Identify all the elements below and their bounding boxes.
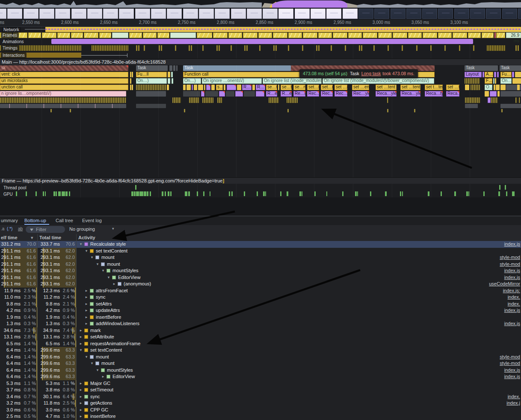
flame-block[interactable] — [189, 97, 199, 103]
table-row[interactable]: 291.1 ms61.6 %293.1 ms62.0 %▸(anonymous)… — [0, 281, 521, 288]
table-row[interactable]: 11.9 ms2.5 %12.3 ms2.6 %▸attrsFromFaceti… — [0, 288, 521, 294]
flame-block[interactable]: On…) — [136, 78, 167, 84]
flame-block[interactable]: set t…tent — [425, 85, 443, 90]
flame-block[interactable] — [0, 104, 126, 108]
frame-segment[interactable] — [494, 32, 496, 38]
flame-block[interactable] — [465, 78, 480, 84]
collapse-arrow-icon[interactable]: ▸ — [84, 320, 89, 327]
tab-ummary[interactable]: ummary — [1, 216, 18, 225]
frame-segment[interactable] — [318, 32, 332, 38]
flame-block[interactable]: Rec…yle — [335, 91, 347, 97]
source-link[interactable]: index.j — [506, 400, 520, 407]
tab-call-tree[interactable]: Call tree — [56, 216, 73, 225]
flame-block[interactable] — [414, 109, 415, 112]
flame-block[interactable]: Fu…ll — [500, 72, 512, 77]
timing-marker[interactable] — [473, 45, 474, 51]
source-link[interactable]: index. — [508, 294, 520, 301]
animations-track-label[interactable]: Animations — [1, 39, 25, 44]
table-row[interactable]: 291.1 ms61.6 %293.1 ms62.0 %▾set textCon… — [0, 248, 521, 255]
flame-block[interactable] — [465, 85, 469, 90]
flame-block[interactable] — [206, 85, 210, 90]
frame-segment[interactable] — [28, 32, 41, 38]
collapse-arrow-icon[interactable]: ▸ — [112, 281, 117, 288]
flame-block[interactable] — [183, 91, 200, 97]
grouping-caret-icon[interactable]: ▾ — [112, 226, 114, 231]
frame-segment[interactable] — [213, 32, 228, 38]
flame-block[interactable] — [192, 85, 193, 90]
flame-block[interactable]: set …tent — [400, 85, 420, 90]
flame-block[interactable]: Layout — [465, 72, 482, 77]
flame-block[interactable] — [490, 91, 497, 97]
timing-marker[interactable] — [416, 45, 417, 51]
table-row[interactable]: 6.5 ms1.4 %6.5 ms1.4 %▸requestAnimationF… — [0, 341, 521, 347]
timing-marker[interactable] — [231, 45, 232, 51]
source-link[interactable]: useCodeMirror — [489, 281, 520, 288]
flame-block[interactable] — [501, 109, 503, 112]
flame-block[interactable] — [136, 85, 166, 90]
flame-block[interactable] — [496, 85, 500, 90]
filmstrip-thumbnail[interactable] — [263, 9, 278, 19]
flame-block[interactable] — [202, 97, 213, 103]
flame-block[interactable] — [227, 85, 236, 90]
column-total-time[interactable]: Total time — [39, 235, 61, 241]
flame-block[interactable] — [130, 72, 131, 77]
collapse-arrow-icon[interactable]: ▸ — [84, 314, 89, 321]
flame-block[interactable]: se…nt — [293, 85, 305, 90]
timings-track-label[interactable]: Timings — [1, 45, 19, 51]
flame-block[interactable] — [70, 109, 71, 112]
table-row[interactable]: 1.9 ms0.4 %1.9 ms0.4 %▸insertBefore — [0, 314, 521, 321]
flame-block[interactable]: set …ent — [352, 85, 369, 90]
timeline-ruler[interactable]: ms2,550 ms2,600 ms2,650 ms2,700 ms2,750 … — [0, 19, 521, 27]
animation-bar[interactable] — [51, 39, 473, 44]
table-row[interactable]: 13.1 ms2.8 %13.1 ms2.8 %▸setAttribute — [0, 334, 521, 341]
timing-marker[interactable] — [202, 45, 204, 51]
collapse-arrow-icon[interactable]: ▸ — [84, 301, 89, 308]
timing-marker[interactable] — [373, 45, 375, 51]
expand-arrow-icon[interactable]: ▾ — [95, 261, 100, 268]
frame-segment[interactable] — [423, 32, 437, 38]
filmstrip-thumbnail[interactable] — [119, 9, 134, 19]
timing-marker[interactable] — [444, 45, 446, 51]
expand-arrow-icon[interactable]: ▾ — [78, 347, 83, 354]
frame-segment[interactable] — [393, 32, 407, 38]
table-row[interactable]: 34.6 ms7.3 %34.9 ms7.4 %▸mark — [0, 327, 521, 334]
flame-block[interactable] — [244, 91, 255, 97]
flame-block[interactable]: O… — [485, 85, 492, 90]
flame-block[interactable] — [494, 72, 496, 77]
frame-segment[interactable] — [71, 32, 83, 38]
flame-block[interactable]: Task — [136, 65, 168, 71]
table-row[interactable]: 5.3 ms1.1 %5.3 ms1.1 %▸Major GC — [0, 380, 521, 387]
flame-block[interactable]: se…t — [266, 85, 277, 90]
collapse-arrow-icon[interactable]: ▸ — [78, 387, 83, 394]
source-link[interactable]: index.js — [504, 307, 520, 314]
flame-block[interactable] — [204, 85, 205, 90]
timing-marker[interactable] — [244, 45, 246, 51]
table-row[interactable]: 3.0 ms0.6 %3.0 ms0.6 %▸CPP GC — [0, 407, 521, 414]
flame-block[interactable]: R… — [256, 85, 265, 90]
flame-block[interactable] — [483, 72, 484, 77]
interactions-track-label[interactable]: Interactions — [1, 53, 27, 58]
timing-marker[interactable] — [316, 45, 317, 51]
expand-arrow-icon[interactable]: ▾ — [78, 241, 83, 248]
flame-block[interactable] — [130, 85, 131, 90]
filmstrip-thumbnail[interactable] — [7, 9, 22, 19]
flame-block[interactable]: set…nt — [321, 85, 333, 90]
flame-block[interactable]: vent: click — [0, 72, 128, 77]
frame-segment[interactable] — [333, 32, 347, 38]
expand-arrow-icon[interactable]: ▾ — [101, 267, 106, 274]
flame-block[interactable] — [224, 85, 225, 90]
filmstrip-thumbnail[interactable] — [39, 9, 54, 19]
collapse-arrow-icon[interactable]: ▸ — [84, 307, 89, 314]
flame-block[interactable] — [515, 97, 517, 103]
flame-block[interactable] — [168, 72, 170, 77]
frame-segment[interactable] — [84, 32, 98, 38]
table-row[interactable]: 9.8 ms2.1 %9.8 ms2.1 %▸setAttrsindex. — [0, 301, 521, 308]
filmstrip-thumbnail[interactable] — [454, 9, 469, 19]
expand-arrow-icon[interactable]: ▾ — [89, 360, 95, 367]
timing-marker[interactable] — [189, 45, 190, 51]
flame-block[interactable] — [278, 85, 279, 90]
flame-block[interactable] — [495, 78, 496, 84]
flame-block[interactable]: un microtasks — [0, 78, 128, 84]
timing-marker[interactable] — [138, 45, 139, 51]
frame-segment[interactable] — [170, 32, 196, 38]
